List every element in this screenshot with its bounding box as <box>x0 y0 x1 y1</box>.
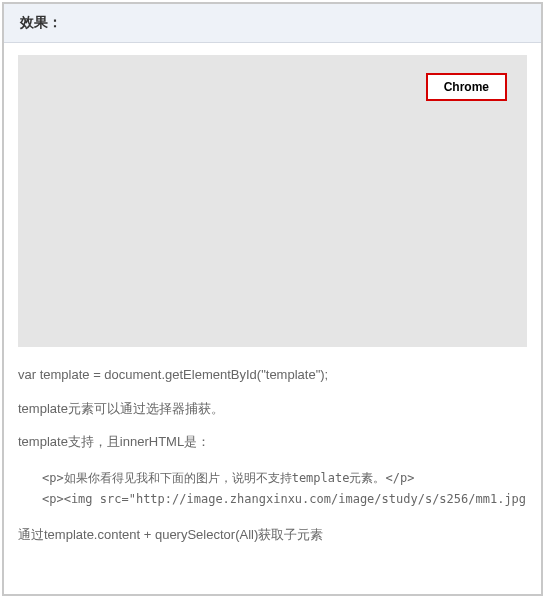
browser-badge: Chrome <box>426 73 507 101</box>
browser-badge-label: Chrome <box>444 80 489 94</box>
footer-line: 通过template.content + querySelector(All)获… <box>18 525 527 545</box>
panel-header: 效果： <box>4 4 541 43</box>
panel-content: Chrome var template = document.getElemen… <box>4 43 541 544</box>
panel-title: 效果： <box>20 14 62 30</box>
description-line-support: template支持，且innerHTML是： <box>18 432 527 452</box>
demo-panel: 效果： Chrome var template = document.getEl… <box>2 2 543 596</box>
code-line-1: <p>如果你看得见我和下面的图片，说明不支持template元素。</p> <box>42 468 527 490</box>
description-block: var template = document.getElementById("… <box>18 365 527 544</box>
preview-box: Chrome <box>18 55 527 347</box>
code-line-2: <p><img src="http://image.zhangxinxu.com… <box>42 489 527 511</box>
description-line-selector: template元素可以通过选择器捕获。 <box>18 399 527 419</box>
inner-html-code: <p>如果你看得见我和下面的图片，说明不支持template元素。</p> <p… <box>42 468 527 511</box>
code-snippet-line: var template = document.getElementById("… <box>18 365 527 385</box>
